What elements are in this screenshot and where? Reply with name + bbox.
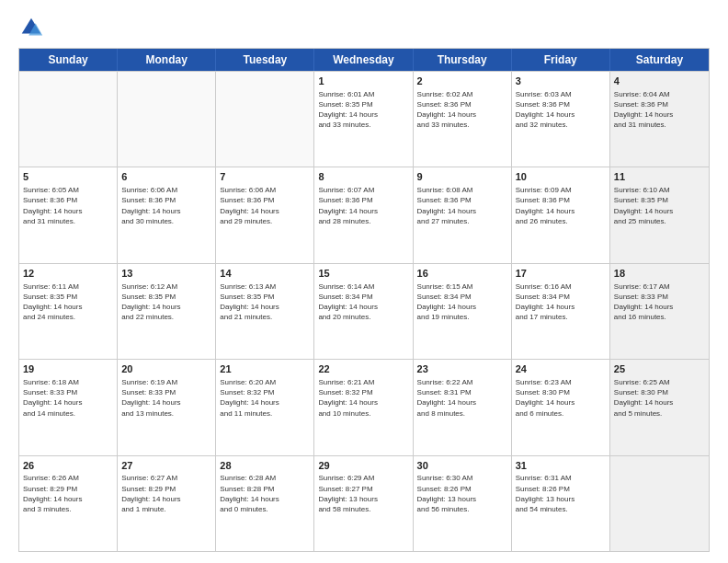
day-number: 3	[516, 75, 606, 88]
calendar-cell: 26Sunrise: 6:26 AM Sunset: 8:29 PM Dayli…	[19, 456, 118, 551]
day-number: 18	[614, 267, 705, 281]
day-info: Sunrise: 6:29 AM Sunset: 8:27 PM Dayligh…	[318, 473, 408, 514]
calendar-cell	[610, 456, 709, 551]
calendar-cell	[118, 72, 216, 167]
day-number: 27	[121, 459, 211, 473]
day-info: Sunrise: 6:25 AM Sunset: 8:30 PM Dayligh…	[614, 377, 705, 419]
calendar-week-4: 19Sunrise: 6:18 AM Sunset: 8:33 PM Dayli…	[19, 359, 709, 454]
calendar-cell: 1Sunrise: 6:01 AM Sunset: 8:35 PM Daylig…	[314, 72, 413, 167]
calendar-cell: 18Sunrise: 6:17 AM Sunset: 8:33 PM Dayli…	[610, 264, 709, 359]
day-number: 23	[417, 362, 507, 376]
calendar-cell: 8Sunrise: 6:07 AM Sunset: 8:36 PM Daylig…	[314, 167, 413, 262]
day-info: Sunrise: 6:01 AM Sunset: 8:35 PM Dayligh…	[318, 89, 408, 131]
day-info: Sunrise: 6:22 AM Sunset: 8:31 PM Dayligh…	[417, 377, 507, 419]
calendar-cell	[19, 72, 118, 167]
calendar-cell: 19Sunrise: 6:18 AM Sunset: 8:33 PM Dayli…	[19, 360, 118, 454]
calendar-cell: 6Sunrise: 6:06 AM Sunset: 8:36 PM Daylig…	[118, 167, 216, 262]
calendar-cell: 21Sunrise: 6:20 AM Sunset: 8:32 PM Dayli…	[216, 360, 314, 454]
day-number: 15	[318, 267, 408, 281]
calendar-cell: 31Sunrise: 6:31 AM Sunset: 8:26 PM Dayli…	[512, 456, 610, 551]
day-number: 11	[614, 170, 705, 184]
header	[18, 15, 710, 40]
calendar-cell: 20Sunrise: 6:19 AM Sunset: 8:33 PM Dayli…	[118, 360, 216, 454]
calendar-cell: 2Sunrise: 6:02 AM Sunset: 8:36 PM Daylig…	[414, 72, 512, 167]
day-number: 29	[318, 459, 408, 473]
logo	[18, 15, 46, 40]
calendar-header-wednesday: Wednesday	[314, 49, 413, 71]
day-number: 5	[23, 170, 113, 184]
calendar-cell: 3Sunrise: 6:03 AM Sunset: 8:36 PM Daylig…	[512, 72, 610, 167]
day-number: 24	[516, 362, 606, 376]
day-number: 30	[417, 459, 507, 473]
day-number: 1	[318, 75, 408, 88]
day-number: 13	[121, 267, 211, 281]
day-info: Sunrise: 6:05 AM Sunset: 8:36 PM Dayligh…	[23, 185, 113, 226]
day-number: 16	[417, 267, 507, 281]
calendar-cell	[216, 72, 314, 167]
calendar-header-tuesday: Tuesday	[216, 49, 314, 71]
calendar-cell: 14Sunrise: 6:13 AM Sunset: 8:35 PM Dayli…	[216, 264, 314, 359]
day-number: 21	[220, 362, 310, 376]
day-number: 2	[417, 75, 507, 88]
calendar-cell: 10Sunrise: 6:09 AM Sunset: 8:36 PM Dayli…	[512, 167, 610, 262]
day-info: Sunrise: 6:07 AM Sunset: 8:36 PM Dayligh…	[318, 185, 408, 226]
calendar-cell: 5Sunrise: 6:05 AM Sunset: 8:36 PM Daylig…	[19, 167, 118, 262]
day-number: 20	[121, 362, 211, 376]
day-number: 22	[318, 362, 408, 376]
day-number: 19	[23, 362, 113, 376]
calendar-cell: 16Sunrise: 6:15 AM Sunset: 8:34 PM Dayli…	[414, 264, 512, 359]
calendar-cell: 30Sunrise: 6:30 AM Sunset: 8:26 PM Dayli…	[414, 456, 512, 551]
calendar-header-friday: Friday	[512, 49, 610, 71]
day-number: 12	[23, 267, 113, 281]
calendar-cell: 27Sunrise: 6:27 AM Sunset: 8:29 PM Dayli…	[118, 456, 216, 551]
calendar-cell: 29Sunrise: 6:29 AM Sunset: 8:27 PM Dayli…	[314, 456, 413, 551]
calendar-cell: 13Sunrise: 6:12 AM Sunset: 8:35 PM Dayli…	[118, 264, 216, 359]
day-info: Sunrise: 6:21 AM Sunset: 8:32 PM Dayligh…	[318, 377, 408, 419]
day-number: 10	[516, 170, 606, 184]
calendar-week-1: 1Sunrise: 6:01 AM Sunset: 8:35 PM Daylig…	[19, 71, 709, 167]
day-info: Sunrise: 6:13 AM Sunset: 8:35 PM Dayligh…	[220, 282, 310, 323]
calendar-cell: 25Sunrise: 6:25 AM Sunset: 8:30 PM Dayli…	[610, 360, 709, 454]
calendar-header-sunday: Sunday	[19, 49, 118, 71]
calendar-cell: 17Sunrise: 6:16 AM Sunset: 8:34 PM Dayli…	[512, 264, 610, 359]
day-number: 26	[23, 459, 113, 473]
day-info: Sunrise: 6:08 AM Sunset: 8:36 PM Dayligh…	[417, 185, 507, 226]
day-info: Sunrise: 6:31 AM Sunset: 8:26 PM Dayligh…	[516, 473, 606, 514]
day-info: Sunrise: 6:23 AM Sunset: 8:30 PM Dayligh…	[516, 377, 606, 419]
calendar-cell: 4Sunrise: 6:04 AM Sunset: 8:36 PM Daylig…	[610, 72, 709, 167]
day-info: Sunrise: 6:18 AM Sunset: 8:33 PM Dayligh…	[23, 377, 113, 419]
day-info: Sunrise: 6:17 AM Sunset: 8:33 PM Dayligh…	[614, 282, 705, 323]
day-number: 4	[614, 75, 705, 88]
day-info: Sunrise: 6:26 AM Sunset: 8:29 PM Dayligh…	[23, 473, 113, 514]
day-number: 9	[417, 170, 507, 184]
day-info: Sunrise: 6:02 AM Sunset: 8:36 PM Dayligh…	[417, 89, 507, 131]
calendar-header-monday: Monday	[118, 49, 216, 71]
day-info: Sunrise: 6:30 AM Sunset: 8:26 PM Dayligh…	[417, 473, 507, 514]
day-info: Sunrise: 6:04 AM Sunset: 8:36 PM Dayligh…	[614, 89, 705, 131]
day-number: 7	[220, 170, 310, 184]
calendar-cell: 11Sunrise: 6:10 AM Sunset: 8:35 PM Dayli…	[610, 167, 709, 262]
day-number: 31	[516, 459, 606, 473]
day-number: 6	[121, 170, 211, 184]
calendar-week-3: 12Sunrise: 6:11 AM Sunset: 8:35 PM Dayli…	[19, 263, 709, 359]
day-info: Sunrise: 6:27 AM Sunset: 8:29 PM Dayligh…	[121, 473, 211, 514]
day-info: Sunrise: 6:11 AM Sunset: 8:35 PM Dayligh…	[23, 282, 113, 323]
calendar-cell: 28Sunrise: 6:28 AM Sunset: 8:28 PM Dayli…	[216, 456, 314, 551]
calendar-cell: 15Sunrise: 6:14 AM Sunset: 8:34 PM Dayli…	[314, 264, 413, 359]
calendar-header: SundayMondayTuesdayWednesdayThursdayFrid…	[19, 49, 709, 71]
day-number: 17	[516, 267, 606, 281]
day-number: 28	[220, 459, 310, 473]
day-info: Sunrise: 6:14 AM Sunset: 8:34 PM Dayligh…	[318, 282, 408, 323]
calendar-week-5: 26Sunrise: 6:26 AM Sunset: 8:29 PM Dayli…	[19, 455, 709, 551]
day-info: Sunrise: 6:16 AM Sunset: 8:34 PM Dayligh…	[516, 282, 606, 323]
calendar-body: 1Sunrise: 6:01 AM Sunset: 8:35 PM Daylig…	[19, 71, 709, 551]
calendar-cell: 7Sunrise: 6:06 AM Sunset: 8:36 PM Daylig…	[216, 167, 314, 262]
day-number: 8	[318, 170, 408, 184]
calendar-cell: 9Sunrise: 6:08 AM Sunset: 8:36 PM Daylig…	[414, 167, 512, 262]
day-info: Sunrise: 6:06 AM Sunset: 8:36 PM Dayligh…	[121, 185, 211, 226]
calendar-cell: 24Sunrise: 6:23 AM Sunset: 8:30 PM Dayli…	[512, 360, 610, 454]
calendar-cell: 23Sunrise: 6:22 AM Sunset: 8:31 PM Dayli…	[414, 360, 512, 454]
calendar-header-saturday: Saturday	[610, 49, 709, 71]
calendar-cell: 22Sunrise: 6:21 AM Sunset: 8:32 PM Dayli…	[314, 360, 413, 454]
day-number: 14	[220, 267, 310, 281]
